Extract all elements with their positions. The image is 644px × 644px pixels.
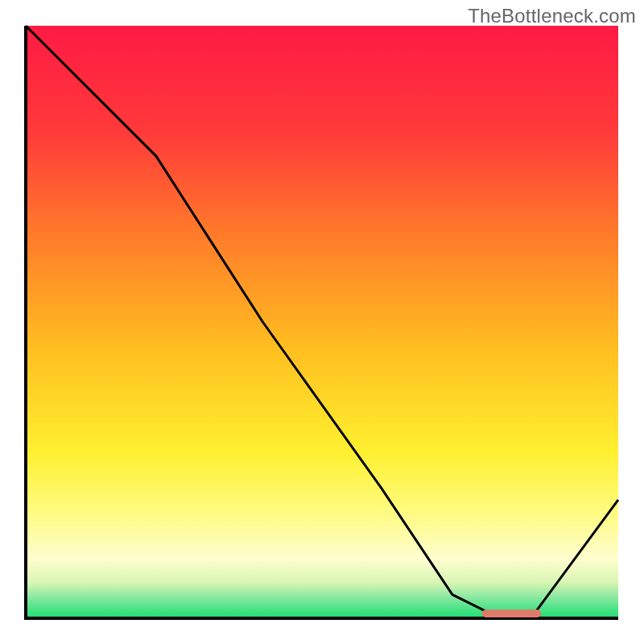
watermark-text: TheBottleneck.com — [468, 5, 636, 27]
bottleneck-chart — [0, 0, 644, 644]
minimum-marker — [482, 609, 542, 617]
